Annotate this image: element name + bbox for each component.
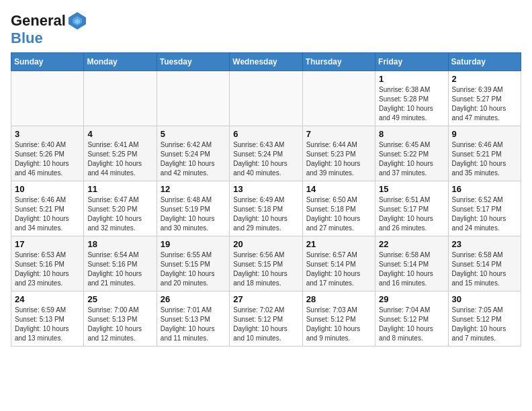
calendar-week-row: 10Sunrise: 6:46 AM Sunset: 5:21 PM Dayli… — [11, 181, 521, 236]
calendar-cell: 23Sunrise: 6:58 AM Sunset: 5:14 PM Dayli… — [448, 236, 521, 291]
logo-container: General Blue — [11, 11, 87, 47]
page-header: General Blue — [11, 11, 521, 47]
calendar-cell — [84, 71, 157, 126]
day-info: Sunrise: 6:57 AM Sunset: 5:14 PM Dayligh… — [306, 250, 371, 288]
day-info: Sunrise: 7:01 AM Sunset: 5:13 PM Dayligh… — [161, 306, 226, 343]
day-info: Sunrise: 6:59 AM Sunset: 5:13 PM Dayligh… — [15, 306, 80, 343]
calendar-cell — [230, 71, 302, 126]
day-info: Sunrise: 6:49 AM Sunset: 5:18 PM Dayligh… — [233, 195, 298, 233]
calendar-cell: 11Sunrise: 6:47 AM Sunset: 5:20 PM Dayli… — [84, 181, 157, 236]
day-info: Sunrise: 6:48 AM Sunset: 5:19 PM Dayligh… — [161, 195, 226, 233]
calendar-cell: 3Sunrise: 6:40 AM Sunset: 5:26 PM Daylig… — [11, 126, 84, 181]
calendar-cell — [157, 71, 229, 126]
day-number: 29 — [379, 294, 444, 304]
calendar-cell: 5Sunrise: 6:42 AM Sunset: 5:24 PM Daylig… — [157, 126, 229, 181]
day-info: Sunrise: 7:00 AM Sunset: 5:13 PM Dayligh… — [87, 306, 152, 343]
day-number: 19 — [161, 239, 226, 249]
weekday-header-cell: Monday — [84, 53, 157, 71]
day-info: Sunrise: 6:58 AM Sunset: 5:14 PM Dayligh… — [452, 250, 517, 288]
logo-icon — [67, 11, 87, 31]
day-number: 2 — [452, 74, 517, 84]
day-number: 13 — [233, 184, 298, 194]
day-info: Sunrise: 6:52 AM Sunset: 5:17 PM Dayligh… — [452, 195, 517, 233]
logo-blue: Blue — [11, 30, 87, 47]
day-number: 12 — [161, 184, 226, 194]
calendar-cell: 6Sunrise: 6:43 AM Sunset: 5:24 PM Daylig… — [230, 126, 302, 181]
logo-general: General — [11, 12, 66, 30]
day-info: Sunrise: 6:51 AM Sunset: 5:17 PM Dayligh… — [379, 195, 444, 233]
day-info: Sunrise: 6:41 AM Sunset: 5:25 PM Dayligh… — [87, 140, 152, 178]
day-number: 1 — [379, 74, 444, 84]
weekday-header-cell: Sunday — [11, 53, 84, 71]
day-number: 25 — [87, 294, 152, 304]
day-info: Sunrise: 7:03 AM Sunset: 5:12 PM Dayligh… — [306, 306, 371, 343]
calendar-cell: 13Sunrise: 6:49 AM Sunset: 5:18 PM Dayli… — [230, 181, 302, 236]
calendar-week-row: 3Sunrise: 6:40 AM Sunset: 5:26 PM Daylig… — [11, 126, 521, 181]
calendar-cell: 28Sunrise: 7:03 AM Sunset: 5:12 PM Dayli… — [302, 291, 375, 347]
calendar-cell: 27Sunrise: 7:02 AM Sunset: 5:12 PM Dayli… — [230, 291, 302, 347]
calendar-body: 1Sunrise: 6:38 AM Sunset: 5:28 PM Daylig… — [11, 71, 521, 347]
calendar-cell: 26Sunrise: 7:01 AM Sunset: 5:13 PM Dayli… — [157, 291, 229, 347]
day-info: Sunrise: 6:38 AM Sunset: 5:28 PM Dayligh… — [379, 85, 444, 123]
weekday-header-row: SundayMondayTuesdayWednesdayThursdayFrid… — [11, 53, 521, 71]
day-info: Sunrise: 6:46 AM Sunset: 5:21 PM Dayligh… — [452, 140, 517, 178]
day-number: 26 — [161, 294, 226, 304]
calendar-cell — [11, 71, 84, 126]
calendar-cell: 10Sunrise: 6:46 AM Sunset: 5:21 PM Dayli… — [11, 181, 84, 236]
day-info: Sunrise: 6:50 AM Sunset: 5:18 PM Dayligh… — [306, 195, 371, 233]
day-number: 30 — [452, 294, 517, 304]
weekday-header-cell: Tuesday — [157, 53, 229, 71]
day-info: Sunrise: 6:53 AM Sunset: 5:16 PM Dayligh… — [15, 250, 80, 288]
calendar-cell: 14Sunrise: 6:50 AM Sunset: 5:18 PM Dayli… — [302, 181, 375, 236]
day-info: Sunrise: 6:44 AM Sunset: 5:23 PM Dayligh… — [306, 140, 371, 178]
calendar-cell: 18Sunrise: 6:54 AM Sunset: 5:16 PM Dayli… — [84, 236, 157, 291]
day-info: Sunrise: 6:39 AM Sunset: 5:27 PM Dayligh… — [452, 85, 517, 123]
day-number: 8 — [379, 129, 444, 139]
calendar-cell: 24Sunrise: 6:59 AM Sunset: 5:13 PM Dayli… — [11, 291, 84, 347]
weekday-header-cell: Friday — [375, 53, 448, 71]
calendar-cell: 25Sunrise: 7:00 AM Sunset: 5:13 PM Dayli… — [84, 291, 157, 347]
day-number: 6 — [233, 129, 298, 139]
day-info: Sunrise: 6:55 AM Sunset: 5:15 PM Dayligh… — [161, 250, 226, 288]
day-number: 27 — [233, 294, 298, 304]
day-info: Sunrise: 6:40 AM Sunset: 5:26 PM Dayligh… — [15, 140, 80, 178]
calendar-cell: 30Sunrise: 7:05 AM Sunset: 5:12 PM Dayli… — [448, 291, 521, 347]
day-number: 24 — [15, 294, 80, 304]
weekday-header-cell: Saturday — [448, 53, 521, 71]
calendar-cell: 29Sunrise: 7:04 AM Sunset: 5:12 PM Dayli… — [375, 291, 448, 347]
day-number: 20 — [233, 239, 298, 249]
calendar-cell: 17Sunrise: 6:53 AM Sunset: 5:16 PM Dayli… — [11, 236, 84, 291]
calendar-cell: 9Sunrise: 6:46 AM Sunset: 5:21 PM Daylig… — [448, 126, 521, 181]
calendar-cell: 12Sunrise: 6:48 AM Sunset: 5:19 PM Dayli… — [157, 181, 229, 236]
day-number: 28 — [306, 294, 371, 304]
day-number: 10 — [15, 184, 80, 194]
calendar-cell: 2Sunrise: 6:39 AM Sunset: 5:27 PM Daylig… — [448, 71, 521, 126]
calendar-week-row: 24Sunrise: 6:59 AM Sunset: 5:13 PM Dayli… — [11, 291, 521, 347]
day-info: Sunrise: 6:47 AM Sunset: 5:20 PM Dayligh… — [87, 195, 152, 233]
day-number: 21 — [306, 239, 371, 249]
day-number: 14 — [306, 184, 371, 194]
calendar-cell: 15Sunrise: 6:51 AM Sunset: 5:17 PM Dayli… — [375, 181, 448, 236]
day-number: 23 — [452, 239, 517, 249]
day-info: Sunrise: 7:04 AM Sunset: 5:12 PM Dayligh… — [379, 306, 444, 343]
calendar-cell: 8Sunrise: 6:45 AM Sunset: 5:22 PM Daylig… — [375, 126, 448, 181]
logo: General Blue — [11, 11, 87, 47]
calendar-cell: 19Sunrise: 6:55 AM Sunset: 5:15 PM Dayli… — [157, 236, 229, 291]
calendar-week-row: 17Sunrise: 6:53 AM Sunset: 5:16 PM Dayli… — [11, 236, 521, 291]
day-number: 16 — [452, 184, 517, 194]
day-number: 4 — [87, 129, 152, 139]
weekday-header-cell: Thursday — [302, 53, 375, 71]
calendar-cell: 1Sunrise: 6:38 AM Sunset: 5:28 PM Daylig… — [375, 71, 448, 126]
day-number: 15 — [379, 184, 444, 194]
day-info: Sunrise: 6:58 AM Sunset: 5:14 PM Dayligh… — [379, 250, 444, 288]
calendar-cell: 22Sunrise: 6:58 AM Sunset: 5:14 PM Dayli… — [375, 236, 448, 291]
day-info: Sunrise: 6:54 AM Sunset: 5:16 PM Dayligh… — [87, 250, 152, 288]
day-number: 7 — [306, 129, 371, 139]
day-info: Sunrise: 7:05 AM Sunset: 5:12 PM Dayligh… — [452, 306, 517, 343]
day-number: 11 — [87, 184, 152, 194]
weekday-header-cell: Wednesday — [230, 53, 302, 71]
calendar-cell — [302, 71, 375, 126]
day-number: 18 — [87, 239, 152, 249]
day-number: 22 — [379, 239, 444, 249]
day-number: 5 — [161, 129, 226, 139]
